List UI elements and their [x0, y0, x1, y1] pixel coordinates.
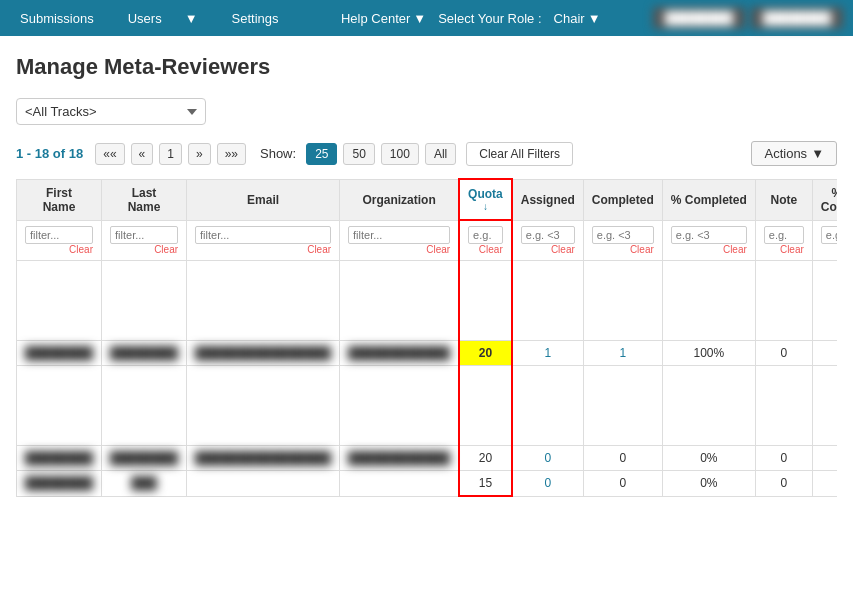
cell-quota-2: 20: [459, 446, 512, 471]
filter-email: Clear: [187, 220, 340, 261]
nav-btn2[interactable]: ████████: [751, 7, 843, 29]
cell-last-name-1: ████████: [102, 341, 187, 366]
filter-pct-completed-input[interactable]: [671, 226, 747, 244]
nav-users[interactable]: Users▼: [108, 5, 218, 32]
show-25-button[interactable]: 25: [306, 143, 337, 165]
cell-spacer: [662, 366, 755, 446]
nav-settings[interactable]: Settings: [222, 5, 289, 32]
cell-pct-completed-1: 100%: [662, 341, 755, 366]
filter-last-name-clear[interactable]: Clear: [110, 244, 178, 255]
cell-note-3: 0: [755, 471, 812, 497]
filter-pct-completed-clear[interactable]: Clear: [671, 244, 747, 255]
filter-pct-note-completed-input[interactable]: [821, 226, 837, 244]
filter-first-name-input[interactable]: [25, 226, 93, 244]
show-100-button[interactable]: 100: [381, 143, 419, 165]
cell-last-name-3: ███: [102, 471, 187, 497]
col-quota[interactable]: Quota↓: [459, 179, 512, 220]
filter-pct-completed: Clear: [662, 220, 755, 261]
filter-organization-input[interactable]: [348, 226, 450, 244]
col-note: Note: [755, 179, 812, 220]
cell-email-2: ████████████████: [187, 446, 340, 471]
table-row: ████████ ████████ ████████████████ █████…: [17, 446, 838, 471]
select-role-label: Select Your Role :: [438, 11, 541, 26]
filter-note-input[interactable]: [764, 226, 804, 244]
table-row-empty: [17, 261, 838, 341]
cell-assigned-3: 0: [512, 471, 584, 497]
cell-empty: [755, 261, 812, 341]
meta-reviewers-table: FirstName LastName Email Organization Qu…: [16, 178, 837, 497]
cell-spacer-quota: [459, 366, 512, 446]
clear-all-filters-button[interactable]: Clear All Filters: [466, 142, 573, 166]
pagination-current-page: 1: [159, 143, 182, 165]
col-pct-completed: % Completed: [662, 179, 755, 220]
cell-empty: [583, 261, 662, 341]
filter-organization: Clear: [340, 220, 460, 261]
quota-sort-icon: ↓: [468, 201, 503, 212]
nav-role[interactable]: Chair▼: [554, 11, 601, 26]
track-select[interactable]: <All Tracks>: [16, 98, 206, 125]
col-pct-note-completed: % NoteCompleted: [812, 179, 837, 220]
nav-left: Submissions Users▼ Settings: [10, 5, 289, 32]
filter-assigned-input[interactable]: [521, 226, 575, 244]
filter-last-name-input[interactable]: [110, 226, 178, 244]
cell-empty: [102, 261, 187, 341]
cell-spacer: [755, 366, 812, 446]
cell-assigned-1: 1: [512, 341, 584, 366]
show-label: Show:: [260, 146, 296, 161]
cell-org-1: ████████████: [340, 341, 460, 366]
top-navigation: Submissions Users▼ Settings Help Center▼…: [0, 0, 853, 36]
col-assigned: Assigned: [512, 179, 584, 220]
filter-email-clear[interactable]: Clear: [195, 244, 331, 255]
table-row: ████████ ████████ ████████████████ █████…: [17, 341, 838, 366]
cell-spacer: [102, 366, 187, 446]
show-50-button[interactable]: 50: [343, 143, 374, 165]
pagination-info: 1 - 18 of 18: [16, 146, 83, 161]
cell-org-3: [340, 471, 460, 497]
filter-quota-input[interactable]: [468, 226, 503, 244]
filter-assigned-clear[interactable]: Clear: [521, 244, 575, 255]
cell-first-name-2: ████████: [17, 446, 102, 471]
cell-pct-note-1: 0%: [812, 341, 837, 366]
pagination-next[interactable]: »: [188, 143, 211, 165]
pagination-prev[interactable]: «: [131, 143, 154, 165]
filter-row: Clear Clear Clear Clear: [17, 220, 838, 261]
nav-btn1[interactable]: ████████: [653, 7, 745, 29]
cell-org-2: ████████████: [340, 446, 460, 471]
pagination-first[interactable]: ««: [95, 143, 124, 165]
filter-first-name-clear[interactable]: Clear: [25, 244, 93, 255]
filter-quota-clear[interactable]: Clear: [468, 244, 503, 255]
filter-organization-clear[interactable]: Clear: [348, 244, 450, 255]
nav-submissions[interactable]: Submissions: [10, 5, 104, 32]
page-title: Manage Meta-Reviewers: [16, 54, 837, 80]
pagination-last[interactable]: »»: [217, 143, 246, 165]
cell-empty: [662, 261, 755, 341]
users-dropdown-arrow: ▼: [175, 5, 208, 32]
filter-completed-input[interactable]: [592, 226, 654, 244]
cell-note-2: 0: [755, 446, 812, 471]
cell-pct-completed-3: 0%: [662, 471, 755, 497]
filter-assigned: Clear: [512, 220, 584, 261]
cell-spacer: [583, 366, 662, 446]
nav-center: Help Center▼ Select Your Role : Chair▼: [289, 11, 653, 26]
cell-empty-quota: [459, 261, 512, 341]
nav-help-center[interactable]: Help Center▼: [341, 11, 426, 26]
cell-spacer: [340, 366, 460, 446]
cell-empty: [187, 261, 340, 341]
filter-email-input[interactable]: [195, 226, 331, 244]
filter-pct-note-completed: Clear: [812, 220, 837, 261]
col-first-name: FirstName: [17, 179, 102, 220]
actions-button[interactable]: Actions ▼: [751, 141, 837, 166]
cell-note-1: 0: [755, 341, 812, 366]
filter-note-clear[interactable]: Clear: [764, 244, 804, 255]
filter-quota: Clear: [459, 220, 512, 261]
filter-completed-clear[interactable]: Clear: [592, 244, 654, 255]
cell-quota-3: 15: [459, 471, 512, 497]
cell-first-name-1: ████████: [17, 341, 102, 366]
filter-pct-note-completed-clear[interactable]: Clear: [821, 244, 837, 255]
cell-email-1: ████████████████: [187, 341, 340, 366]
help-dropdown-arrow: ▼: [413, 11, 426, 26]
cell-spacer: [17, 366, 102, 446]
cell-pct-note-3: 0%: [812, 471, 837, 497]
show-all-button[interactable]: All: [425, 143, 456, 165]
cell-empty: [812, 261, 837, 341]
